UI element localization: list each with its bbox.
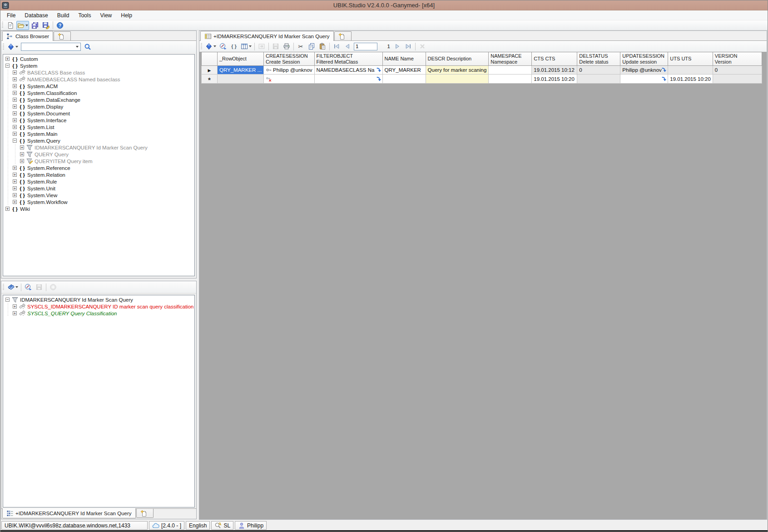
menu-item-build[interactable]: Build bbox=[53, 11, 74, 20]
cut-button[interactable]: ✂ bbox=[296, 42, 306, 51]
column-header[interactable]: DESCR Description bbox=[426, 52, 489, 66]
column-header[interactable]: DELSTATUSDelete status bbox=[577, 52, 620, 66]
grid-cell[interactable] bbox=[620, 75, 668, 84]
expand-toggle[interactable]: + bbox=[13, 186, 17, 190]
tree-item[interactable]: +{ }System.View bbox=[3, 192, 194, 199]
paste-button[interactable] bbox=[317, 42, 327, 51]
menu-item-file[interactable]: File bbox=[2, 11, 20, 20]
record-position-input[interactable] bbox=[354, 43, 377, 50]
tree-item[interactable]: +{ }Wiki bbox=[3, 205, 194, 212]
expand-toggle[interactable]: + bbox=[20, 159, 24, 163]
tree-item[interactable]: +{ }System.Relation bbox=[3, 171, 194, 178]
grid-cell[interactable] bbox=[382, 75, 426, 84]
column-header[interactable]: UPDATESESSIONUpdate session bbox=[620, 52, 668, 66]
grid-cell[interactable] bbox=[264, 75, 314, 84]
tree-item[interactable]: +SYSCLS_IDMARKERSCANQUERY ID marker scan… bbox=[3, 303, 194, 310]
tree-item[interactable]: +SYSCLS_QUERY Query Classification bbox=[3, 310, 194, 317]
expand-toggle[interactable]: + bbox=[13, 77, 17, 81]
grid-cell[interactable]: Philipp @unknov bbox=[620, 66, 668, 75]
grid-cell[interactable] bbox=[489, 66, 532, 75]
tree-item[interactable]: +{ }System.Interface bbox=[3, 117, 194, 124]
expand-toggle[interactable]: + bbox=[13, 118, 17, 122]
expand-toggle[interactable]: + bbox=[13, 125, 17, 129]
grid-cell[interactable]: 19.01.2015 10:20 bbox=[532, 75, 577, 84]
copy-button[interactable] bbox=[307, 42, 317, 51]
tree-item[interactable]: +BASECLASS Base class bbox=[3, 69, 194, 76]
save-all-button[interactable] bbox=[30, 21, 40, 30]
menu-item-database[interactable]: Database bbox=[20, 11, 52, 20]
tree-item[interactable]: +QUERYITEM Query item bbox=[3, 158, 194, 164]
tab-idmarkerscanquery-bottom[interactable]: +IDMARKERSCANQUERY Id Marker Scan Query bbox=[2, 508, 136, 518]
filter-button[interactable] bbox=[6, 42, 19, 51]
expand-toggle[interactable]: + bbox=[13, 84, 17, 88]
expand-toggle[interactable]: + bbox=[13, 311, 17, 315]
grid-cell[interactable]: 0 bbox=[577, 66, 620, 75]
tree-item[interactable]: +{ }System.Display bbox=[3, 103, 194, 110]
tab-idmarkerscanquery-document[interactable]: +IDMARKERSCANQUERY Id Marker Scan Query bbox=[200, 31, 334, 41]
expand-toggle[interactable]: − bbox=[5, 64, 10, 68]
expand-toggle[interactable]: + bbox=[13, 91, 17, 95]
column-header[interactable]: _RowObject bbox=[218, 52, 264, 66]
expand-toggle[interactable]: + bbox=[5, 207, 10, 211]
first-record-button[interactable] bbox=[332, 42, 342, 51]
apply-button[interactable] bbox=[204, 42, 217, 51]
column-header[interactable]: CREATESESSIONCreate Session bbox=[264, 52, 314, 66]
grid-cell[interactable] bbox=[489, 75, 532, 84]
column-header[interactable]: VERSIONVersion bbox=[713, 52, 762, 66]
code-view-button[interactable]: { } bbox=[229, 42, 239, 51]
grid-cell[interactable]: 19.01.2015 10:20 bbox=[668, 75, 713, 84]
column-header[interactable]: NAMESPACENamespace bbox=[489, 52, 532, 66]
tree-item[interactable]: +{ }System.Rule bbox=[3, 178, 194, 185]
tree-item[interactable]: +{ }System.Classification bbox=[3, 89, 194, 96]
help-button[interactable]: ? bbox=[55, 21, 65, 30]
column-header[interactable]: CTS CTS bbox=[532, 52, 577, 66]
tree-item[interactable]: +{ }System.Unit bbox=[3, 185, 194, 192]
add-button[interactable] bbox=[48, 283, 58, 292]
open-form-button[interactable] bbox=[257, 42, 267, 51]
grid-cell[interactable]: Philipp @unknov bbox=[264, 66, 314, 75]
search-button[interactable] bbox=[83, 42, 93, 51]
tab-new-document[interactable] bbox=[334, 31, 352, 40]
tab-class-browser[interactable]: Class Browser bbox=[2, 31, 53, 41]
new-document-button[interactable] bbox=[5, 21, 15, 30]
grid-cell[interactable] bbox=[577, 75, 620, 84]
expand-toggle[interactable]: + bbox=[20, 152, 24, 156]
grid-corner-header[interactable] bbox=[202, 52, 218, 66]
tree-item[interactable]: +{ }System.Document bbox=[3, 110, 194, 117]
tree-item[interactable]: +{ }System.List bbox=[3, 124, 194, 130]
class-search-combo[interactable] bbox=[21, 43, 81, 51]
tree-item[interactable]: +QUERY Query bbox=[3, 151, 194, 158]
prev-record-button[interactable] bbox=[342, 42, 352, 51]
tree-item[interactable]: +IDMARKERSCANQUERY Id Marker Scan Query bbox=[3, 144, 194, 151]
expand-toggle[interactable]: + bbox=[13, 200, 17, 204]
grid-cell[interactable]: 19.01.2015 10:12 bbox=[532, 66, 577, 75]
expand-toggle[interactable]: + bbox=[13, 304, 17, 308]
tree-item[interactable]: +{ }System.DataExchange bbox=[3, 96, 194, 103]
menu-item-view[interactable]: View bbox=[95, 11, 116, 20]
row-selector[interactable]: * bbox=[202, 75, 218, 84]
expand-toggle[interactable]: + bbox=[5, 57, 10, 61]
expand-toggle[interactable]: + bbox=[13, 166, 17, 170]
grid-cell[interactable]: QRY_MARKER ... bbox=[218, 66, 264, 75]
row-selector[interactable]: ▶ bbox=[202, 66, 218, 75]
grid-cell[interactable]: NAMEDBASECLASS Na bbox=[314, 66, 382, 75]
tree-item[interactable]: +{ }System.Workflow bbox=[3, 199, 194, 205]
grid-cell[interactable] bbox=[218, 75, 264, 84]
tree-item[interactable]: +NAMEDBASECLASS Named baseclass bbox=[3, 76, 194, 83]
column-header[interactable]: UTS UTS bbox=[668, 52, 713, 66]
tree-item[interactable]: +{ }System.Main bbox=[3, 130, 194, 137]
expand-toggle[interactable]: + bbox=[13, 104, 17, 109]
classifications-button[interactable] bbox=[6, 283, 19, 292]
next-record-button[interactable] bbox=[392, 42, 402, 51]
expand-toggle[interactable]: + bbox=[13, 173, 17, 177]
tree-item[interactable]: +{ }System.Reference bbox=[3, 164, 194, 171]
navigate-button[interactable] bbox=[23, 283, 33, 292]
column-header[interactable]: NAME Name bbox=[382, 52, 426, 66]
expand-toggle[interactable]: + bbox=[13, 98, 17, 102]
tab-new-browser[interactable] bbox=[54, 31, 71, 40]
open-button[interactable] bbox=[16, 21, 29, 30]
expand-toggle[interactable]: + bbox=[20, 145, 24, 149]
grid-cell[interactable] bbox=[426, 75, 489, 84]
expand-toggle[interactable]: − bbox=[13, 139, 17, 143]
save-button[interactable] bbox=[34, 283, 44, 292]
